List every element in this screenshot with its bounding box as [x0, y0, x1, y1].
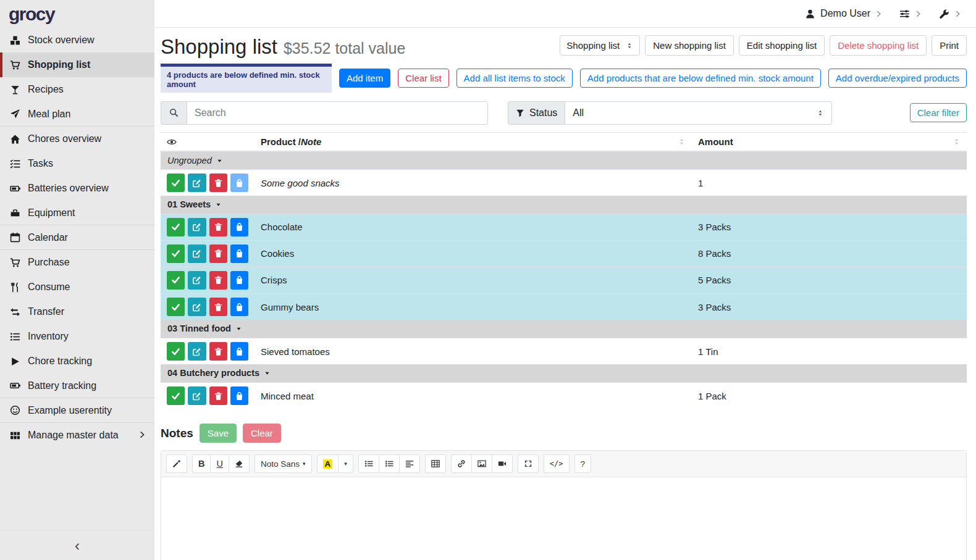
grocy-logo[interactable]: grocy	[9, 4, 54, 25]
add-row-to-stock-button[interactable]	[230, 218, 248, 236]
sort-icon[interactable]	[953, 138, 961, 146]
add-row-to-stock-button[interactable]	[230, 342, 248, 361]
sidebar-item-inventory[interactable]: Inventory	[0, 324, 154, 349]
sidebar-item-calendar[interactable]: Calendar	[0, 225, 154, 250]
add-all-list-items-to-stock-button[interactable]: Add all list items to stock	[456, 69, 573, 88]
mark-row-done-button[interactable]	[167, 244, 185, 263]
unordered-list-button[interactable]	[358, 454, 379, 473]
shopping-list-select[interactable]: Shopping list	[560, 35, 640, 56]
cocktail-icon	[9, 85, 21, 95]
editor-text-area[interactable]	[161, 477, 966, 560]
add-row-to-stock-button[interactable]	[230, 298, 248, 316]
sidebar-item-recipes[interactable]: Recipes	[0, 77, 154, 102]
edit-row-button[interactable]	[188, 271, 206, 290]
delete-row-button[interactable]	[209, 173, 227, 192]
font-family-button[interactable]: Noto Sans▾	[255, 454, 312, 473]
mark-row-done-button[interactable]	[167, 271, 185, 290]
sidebar-item-purchase[interactable]: Purchase	[0, 250, 154, 275]
sidebar-item-batteries-overview[interactable]: Batteries overview	[0, 176, 154, 201]
add-row-to-stock-button[interactable]	[230, 244, 248, 263]
sidebar-item-label: Purchase	[28, 257, 70, 268]
trash-icon	[214, 249, 223, 258]
magic-style-button[interactable]	[166, 454, 187, 473]
fullscreen-button[interactable]	[518, 454, 539, 473]
sidebar-collapse-button[interactable]: ‹	[0, 530, 154, 560]
clear-list-button[interactable]: Clear list	[398, 69, 448, 88]
mark-row-done-button[interactable]	[167, 173, 185, 192]
delete-row-button[interactable]	[209, 244, 227, 263]
edit-row-button[interactable]	[188, 218, 206, 236]
code-view-button[interactable]: </>	[544, 454, 570, 473]
paragraph-style-button[interactable]	[399, 454, 420, 473]
group-header-ungrouped[interactable]: Ungrouped	[161, 151, 967, 169]
add-overdue-expired-products-button[interactable]: Add overdue/expired products	[828, 69, 967, 88]
sidebar-item-equipment[interactable]: Equipment	[0, 201, 154, 225]
insert-picture-button[interactable]	[471, 454, 492, 473]
add-row-to-stock-button[interactable]	[230, 387, 248, 405]
sidebar-item-example-userentity[interactable]: Example userentity	[0, 398, 154, 423]
sidebar-item-consume[interactable]: Consume	[0, 275, 154, 299]
notes-clear-button[interactable]: Clear	[243, 424, 281, 443]
edit-row-button[interactable]	[188, 298, 206, 316]
sidebar-item-chore-tracking[interactable]: Chore tracking	[0, 349, 154, 374]
underline-button[interactable]: U	[210, 454, 229, 473]
visibility-column-header[interactable]	[161, 132, 255, 151]
edit-row-button[interactable]	[188, 173, 206, 192]
product-column-header[interactable]: Product / Note	[255, 132, 692, 151]
delete-shopping-list-button[interactable]: Delete shopping list	[830, 35, 927, 56]
insert-video-button[interactable]	[492, 454, 513, 473]
delete-row-button[interactable]	[209, 271, 227, 290]
sidebar-item-stock-overview[interactable]: Stock overview	[0, 28, 154, 52]
highlight-color-button[interactable]: A	[317, 454, 339, 473]
insert-table-button[interactable]	[425, 454, 446, 473]
add-products-that-are-below-defined-min-stock-amount-button[interactable]: Add products that are below defined min.…	[580, 69, 821, 88]
ordered-list-button[interactable]	[379, 454, 400, 473]
delete-row-button[interactable]	[209, 298, 227, 316]
sidebar-item-battery-tracking[interactable]: Battery tracking	[0, 374, 154, 398]
edit-shopping-list-button[interactable]: Edit shopping list	[739, 35, 825, 56]
new-shopping-list-button[interactable]: New shopping list	[645, 35, 734, 56]
sidebar-item-chores-overview[interactable]: Chores overview	[0, 127, 154, 151]
bag-icon	[235, 391, 244, 401]
check-icon	[171, 178, 180, 188]
user-menu[interactable]: Demo User	[805, 8, 882, 19]
edit-row-button[interactable]	[188, 342, 206, 361]
add-item-button[interactable]: Add item	[339, 69, 390, 88]
edit-row-button[interactable]	[188, 244, 206, 263]
clear-formatting-button[interactable]	[229, 454, 250, 473]
sidebar-item-tasks[interactable]: Tasks	[0, 151, 154, 176]
settings-menu[interactable]	[899, 9, 922, 19]
fullscreen-icon	[524, 459, 532, 468]
color-picker-button[interactable]: ▾	[338, 454, 353, 473]
sidebar-item-meal-plan[interactable]: Meal plan	[0, 102, 154, 127]
sidebar-item-manage-master-data[interactable]: Manage master data	[0, 423, 154, 448]
shopping-list-row: Sieved tomatoes1 Tin	[161, 338, 967, 364]
shopping-list-row: Cookies8 Packs	[161, 240, 967, 267]
bold-button[interactable]: B	[192, 454, 211, 473]
notes-save-button[interactable]: Save	[200, 424, 237, 443]
delete-row-button[interactable]	[209, 218, 227, 236]
clear-filter-button[interactable]: Clear filter	[910, 103, 967, 122]
add-row-to-stock-button[interactable]	[230, 271, 248, 290]
group-header-01-sweets[interactable]: 01 Sweets	[161, 196, 967, 214]
group-header-04-butchery-products[interactable]: 04 Butchery products	[161, 364, 967, 382]
print-button[interactable]: Print	[932, 35, 967, 56]
sidebar-item-shopping-list[interactable]: Shopping list	[0, 52, 154, 77]
status-filter-select[interactable]: All	[565, 101, 832, 125]
delete-row-button[interactable]	[209, 342, 227, 361]
mark-row-done-button[interactable]	[167, 298, 185, 316]
add-row-to-stock-button[interactable]	[230, 173, 248, 192]
help-button[interactable]: ?	[574, 454, 592, 473]
amount-column-header[interactable]: Amount	[692, 132, 967, 151]
edit-row-button[interactable]	[188, 387, 206, 405]
mark-row-done-button[interactable]	[167, 342, 185, 361]
search-input[interactable]	[187, 101, 488, 125]
sidebar-item-transfer[interactable]: Transfer	[0, 299, 154, 324]
insert-link-button[interactable]	[451, 454, 472, 473]
sort-icon[interactable]	[678, 138, 686, 146]
admin-menu[interactable]	[939, 9, 961, 19]
group-header-03-tinned-food[interactable]: 03 Tinned food	[161, 320, 967, 338]
delete-row-button[interactable]	[209, 387, 227, 405]
mark-row-done-button[interactable]	[167, 387, 185, 405]
mark-row-done-button[interactable]	[167, 218, 185, 236]
